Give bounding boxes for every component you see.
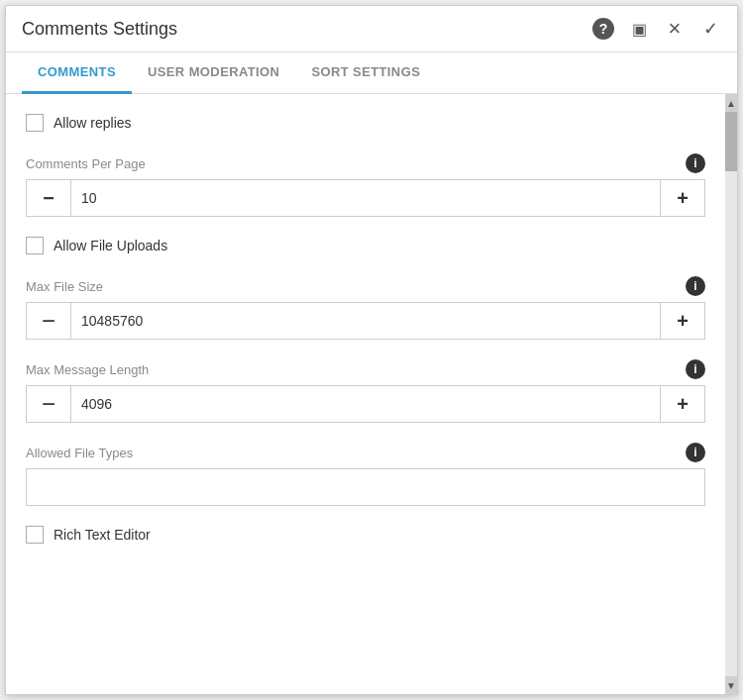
allow-replies-checkbox[interactable] — [26, 114, 44, 132]
max-file-size-label-row: Max File Size i — [26, 276, 705, 296]
allowed-file-types-label: Allowed File Types — [26, 446, 133, 460]
max-file-size-info-icon[interactable]: i — [686, 276, 705, 296]
comments-per-page-label: Comments Per Page — [26, 156, 146, 171]
dialog-title: Comments Settings — [22, 19, 177, 40]
max-message-length-input[interactable] — [70, 386, 661, 422]
help-icon[interactable]: ? — [592, 18, 614, 40]
tabs-bar: COMMENTS USER MODERATION SORT SETTINGS — [6, 52, 737, 94]
window-icon[interactable]: ▣ — [628, 18, 650, 40]
max-message-length-increment[interactable]: + — [661, 386, 704, 422]
rich-text-editor-checkbox[interactable] — [26, 526, 44, 544]
rich-text-editor-label: Rich Text Editor — [53, 527, 151, 543]
comments-settings-dialog: Comments Settings ? ▣ × ✓ COMMENTS USER … — [5, 5, 738, 695]
tab-comments[interactable]: COMMENTS — [22, 52, 132, 94]
max-message-length-info-icon[interactable]: i — [686, 359, 705, 379]
max-message-length-decrement[interactable]: − — [27, 386, 70, 422]
allowed-file-types-info-icon[interactable]: i — [686, 443, 705, 462]
allowed-file-types-row: Allowed File Types i — [26, 443, 705, 506]
scrollbar-down-arrow[interactable]: ▼ — [725, 676, 737, 694]
allowed-file-types-label-row: Allowed File Types i — [26, 443, 705, 462]
allow-file-uploads-row: Allow File Uploads — [26, 237, 705, 254]
close-icon[interactable]: × — [664, 18, 686, 40]
max-message-length-label-row: Max Message Length i — [26, 359, 705, 379]
comments-per-page-label-row: Comments Per Page i — [26, 153, 705, 173]
comments-per-page-increment[interactable]: + — [661, 180, 704, 216]
allowed-file-types-input[interactable] — [26, 468, 705, 506]
max-file-size-row: Max File Size i − + — [26, 276, 705, 340]
allow-file-uploads-label: Allow File Uploads — [53, 238, 167, 253]
allow-file-uploads-checkbox[interactable] — [26, 237, 44, 254]
comments-per-page-input[interactable] — [70, 180, 661, 216]
scrollbar-track — [725, 112, 737, 676]
allow-replies-row: Allow replies — [26, 114, 705, 132]
max-file-size-stepper: − + — [26, 302, 705, 340]
comments-per-page-stepper: − + — [26, 179, 705, 217]
tab-user-moderation[interactable]: USER MODERATION — [132, 52, 295, 94]
allow-replies-label: Allow replies — [53, 115, 132, 131]
comments-per-page-row: Comments Per Page i − + — [26, 153, 705, 217]
comments-per-page-info-icon[interactable]: i — [686, 153, 705, 173]
max-file-size-label: Max File Size — [26, 279, 103, 294]
scrollbar-up-arrow[interactable]: ▲ — [725, 94, 737, 112]
dialog-header: Comments Settings ? ▣ × ✓ — [6, 6, 737, 52]
tab-content-comments: Allow replies Comments Per Page i − + Al… — [6, 94, 725, 694]
max-message-length-label: Max Message Length — [26, 362, 149, 377]
max-file-size-increment[interactable]: + — [661, 303, 704, 339]
max-file-size-input[interactable] — [70, 303, 661, 339]
dialog-body: Allow replies Comments Per Page i − + Al… — [6, 94, 737, 694]
scrollbar: ▲ ▼ — [725, 94, 737, 694]
rich-text-editor-row: Rich Text Editor — [26, 526, 705, 544]
confirm-icon[interactable]: ✓ — [699, 18, 721, 40]
scrollbar-thumb[interactable] — [725, 112, 737, 171]
tab-sort-settings[interactable]: SORT SETTINGS — [295, 52, 436, 94]
max-file-size-decrement[interactable]: − — [27, 303, 70, 339]
max-message-length-stepper: − + — [26, 385, 705, 423]
header-icons: ? ▣ × ✓ — [592, 18, 721, 40]
max-message-length-row: Max Message Length i − + — [26, 359, 705, 423]
comments-per-page-decrement[interactable]: − — [27, 180, 70, 216]
